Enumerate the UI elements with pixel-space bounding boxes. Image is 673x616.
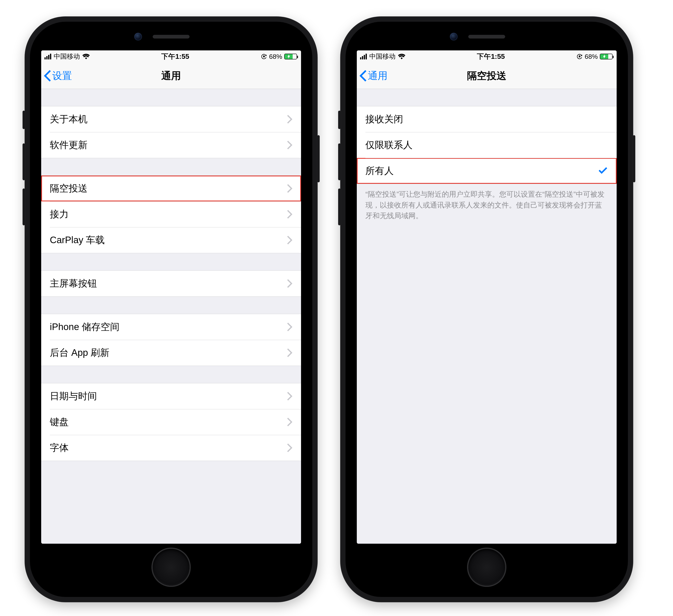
cellular-signal-icon [44,54,51,59]
front-camera-icon [134,33,142,41]
row-storage[interactable]: iPhone 储存空间 [41,314,301,340]
cellular-signal-icon [360,54,367,59]
settings-list[interactable]: 关于本机软件更新隔空投送接力CarPlay 车载主屏幕按钮iPhone 储存空间… [41,89,301,544]
speaker-grill-icon [468,35,505,38]
charging-bolt-icon [287,54,290,59]
battery-fill [600,54,608,59]
chevron-right-icon [287,141,292,149]
status-time: 下午1:55 [477,52,505,61]
battery-icon [284,54,297,59]
row-carplay[interactable]: CarPlay 车载 [41,227,301,253]
row-label: 接收关闭 [366,113,403,125]
battery-percent-label: 68% [585,53,598,60]
checkmark-icon [598,166,608,176]
volume-down-button[interactable] [23,189,25,225]
phone-left: 中国移动 下午1:55 68% [25,16,318,602]
row-label: 软件更新 [50,139,87,151]
nav-bar: 通用 隔空投送 [357,63,617,89]
volume-down-button[interactable] [338,189,341,225]
row-label: 仅限联系人 [366,139,413,151]
row-label: 关于本机 [50,113,87,125]
row-label: 日期与时间 [50,390,97,402]
status-bar: 中国移动 下午1:55 68% [357,50,617,63]
front-camera-icon [450,33,458,41]
row-label: 主屏幕按钮 [50,277,97,290]
screen-general-settings: 中国移动 下午1:55 68% [41,50,301,544]
phone-sensors [153,35,190,38]
chevron-right-icon [287,418,292,426]
chevron-right-icon [287,210,292,219]
home-button[interactable] [468,549,505,586]
carrier-label: 中国移动 [54,52,80,61]
status-time: 下午1:55 [161,52,189,61]
row-label: 后台 App 刷新 [50,346,109,359]
row-everyone[interactable]: 所有人 [357,158,617,184]
row-label: 键盘 [50,416,69,428]
mute-switch[interactable] [23,111,25,129]
row-fonts[interactable]: 字体 [41,435,301,461]
row-home-button[interactable]: 主屏幕按钮 [41,271,301,296]
back-button[interactable]: 通用 [359,63,388,89]
power-button[interactable] [633,135,635,182]
rotation-lock-icon [577,53,583,60]
chevron-right-icon [287,323,292,331]
row-handoff[interactable]: 接力 [41,201,301,227]
chevron-left-icon [359,70,367,81]
row-software-update[interactable]: 软件更新 [41,132,301,158]
chevron-right-icon [287,279,292,288]
carrier-label: 中国移动 [369,52,396,61]
back-button[interactable]: 设置 [43,63,72,89]
nav-bar: 设置 通用 [41,63,301,89]
row-airdrop[interactable]: 隔空投送 [41,176,301,201]
chevron-left-icon [43,70,51,81]
wifi-icon [398,54,405,59]
row-about[interactable]: 关于本机 [41,106,301,132]
volume-up-button[interactable] [338,143,341,180]
page-title: 通用 [161,69,181,82]
chevron-right-icon [287,115,292,123]
row-receiving-off[interactable]: 接收关闭 [357,106,617,132]
screen-airdrop-settings: 中国移动 下午1:55 68% [357,50,617,544]
footer-note: “隔空投送”可让您与附近的用户立即共享。您可以设置在“隔空投送”中可被发现，以接… [357,184,617,226]
phone-right: 中国移动 下午1:55 68% [340,16,633,602]
row-label: 所有人 [366,165,394,177]
home-button[interactable] [153,549,190,586]
page-title: 隔空投送 [467,69,506,82]
status-bar: 中国移动 下午1:55 68% [41,50,301,63]
airdrop-options: 接收关闭仅限联系人所有人 “隔空投送”可让您与附近的用户立即共享。您可以设置在“… [357,89,617,544]
row-date-time[interactable]: 日期与时间 [41,383,301,409]
battery-percent-label: 68% [269,53,282,60]
mute-switch[interactable] [338,111,341,129]
chevron-right-icon [287,392,292,400]
row-contacts-only[interactable]: 仅限联系人 [357,132,617,158]
rotation-lock-icon [261,53,267,60]
phone-sensors [468,35,505,38]
row-background-refresh[interactable]: 后台 App 刷新 [41,340,301,366]
back-label: 通用 [368,69,388,82]
power-button[interactable] [317,135,320,182]
chevron-right-icon [287,184,292,193]
chevron-right-icon [287,443,292,452]
wifi-icon [82,54,90,59]
battery-icon [600,54,613,59]
row-label: iPhone 储存空间 [50,321,120,333]
back-label: 设置 [52,69,72,82]
charging-bolt-icon [603,54,606,59]
chevron-right-icon [287,348,292,357]
volume-up-button[interactable] [23,143,25,180]
row-label: 接力 [50,208,69,221]
chevron-right-icon [287,236,292,244]
battery-fill [285,54,293,59]
row-label: CarPlay 车载 [50,234,105,247]
row-label: 字体 [50,441,69,454]
speaker-grill-icon [153,35,190,38]
row-label: 隔空投送 [50,182,87,195]
row-keyboard[interactable]: 键盘 [41,409,301,435]
